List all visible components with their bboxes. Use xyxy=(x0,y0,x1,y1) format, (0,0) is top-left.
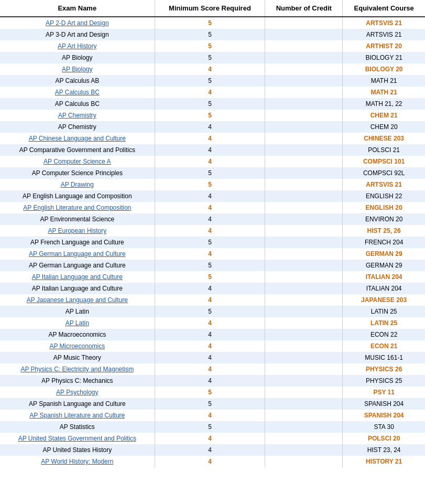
cell-exam-name: AP Latin xyxy=(0,306,155,317)
cell-equiv-course: MATH 21 xyxy=(343,75,425,87)
cell-min-score: 4 xyxy=(155,283,265,294)
cell-min-score: 4 xyxy=(155,375,265,387)
table-header-row: Exam Name Minimum Score Required Number … xyxy=(0,0,425,17)
table-row: AP Calculus BC5MATH 21, 22 xyxy=(0,98,425,110)
cell-min-score: 4 xyxy=(155,340,265,352)
cell-equiv-course: GERMAN 29 xyxy=(343,260,425,271)
table-row: AP Chinese Language and Culture4CHINESE … xyxy=(0,133,425,144)
cell-equiv-course: BIOLOGY 20 xyxy=(343,63,425,75)
cell-equiv-course: POLSCI 20 xyxy=(343,433,425,444)
cell-equiv-course: ARTSVIS 21 xyxy=(343,17,425,29)
cell-exam-name: AP European History xyxy=(0,225,155,237)
cell-min-score: 4 xyxy=(155,121,265,133)
cell-num-credits xyxy=(265,317,343,329)
cell-num-credits xyxy=(265,29,343,40)
cell-exam-name: AP Spanish Literature and Culture xyxy=(0,410,155,421)
cell-num-credits xyxy=(265,133,343,144)
cell-num-credits xyxy=(265,260,343,271)
cell-exam-name: AP Physics C: Mechanics xyxy=(0,375,155,387)
cell-equiv-course: MATH 21, 22 xyxy=(343,98,425,110)
cell-equiv-course: ECON 22 xyxy=(343,329,425,340)
cell-num-credits xyxy=(265,52,343,63)
header-min-score: Minimum Score Required xyxy=(155,0,265,17)
table-row: AP Italian Language and Culture5ITALIAN … xyxy=(0,271,425,283)
cell-exam-name: AP English Language and Composition xyxy=(0,190,155,202)
table-row: AP Japanese Language and Culture4JAPANES… xyxy=(0,294,425,306)
table-row: AP Comparative Government and Politics4P… xyxy=(0,144,425,156)
table-row: AP German Language and Culture4GERMAN 29 xyxy=(0,248,425,260)
cell-min-score: 4 xyxy=(155,456,265,467)
cell-equiv-course: ARTSVIS 21 xyxy=(343,29,425,40)
cell-num-credits xyxy=(265,352,343,363)
cell-num-credits xyxy=(265,294,343,306)
cell-equiv-course: HIST 23, 24 xyxy=(343,444,425,456)
cell-equiv-course: CHINESE 203 xyxy=(343,133,425,144)
cell-exam-name: AP Drawing xyxy=(0,179,155,190)
cell-num-credits xyxy=(265,63,343,75)
cell-num-credits xyxy=(265,306,343,317)
cell-exam-name: AP Chemistry xyxy=(0,121,155,133)
cell-equiv-course: COMPSCI 101 xyxy=(343,156,425,167)
table-row: AP Music Theory4MUSIC 161-1 xyxy=(0,352,425,363)
cell-equiv-course: ARTHIST 20 xyxy=(343,40,425,52)
cell-exam-name: AP 2-D Art and Design xyxy=(0,17,155,29)
cell-num-credits xyxy=(265,121,343,133)
cell-exam-name: AP Biology xyxy=(0,52,155,63)
cell-exam-name: AP Physics C: Electricity and Magnetism xyxy=(0,363,155,375)
cell-min-score: 5 xyxy=(155,179,265,190)
cell-exam-name: AP Calculus BC xyxy=(0,98,155,110)
cell-min-score: 4 xyxy=(155,248,265,260)
cell-min-score: 5 xyxy=(155,167,265,179)
cell-min-score: 5 xyxy=(155,29,265,40)
cell-num-credits xyxy=(265,387,343,398)
table-row: AP United States History4HIST 23, 24 xyxy=(0,444,425,456)
cell-equiv-course: ITALIAN 204 xyxy=(343,271,425,283)
cell-min-score: 5 xyxy=(155,40,265,52)
table-row: AP Microeconomics4ECON 21 xyxy=(0,340,425,352)
cell-equiv-course: MUSIC 161-1 xyxy=(343,352,425,363)
cell-exam-name: AP German Language and Culture xyxy=(0,248,155,260)
cell-min-score: 5 xyxy=(155,17,265,29)
table-row: AP Biology5BIOLOGY 21 xyxy=(0,52,425,63)
cell-num-credits xyxy=(265,283,343,294)
cell-min-score: 5 xyxy=(155,260,265,271)
cell-num-credits xyxy=(265,340,343,352)
cell-equiv-course: FRENCH 204 xyxy=(343,237,425,248)
cell-min-score: 4 xyxy=(155,410,265,421)
cell-equiv-course: MATH 21 xyxy=(343,87,425,98)
cell-min-score: 4 xyxy=(155,294,265,306)
cell-equiv-course: POLSCI 21 xyxy=(343,144,425,156)
cell-min-score: 5 xyxy=(155,306,265,317)
table-row: AP Art History5ARTHIST 20 xyxy=(0,40,425,52)
cell-exam-name: AP Psychology xyxy=(0,387,155,398)
table-row: AP English Literature and Composition4EN… xyxy=(0,202,425,213)
cell-equiv-course: LATIN 25 xyxy=(343,317,425,329)
cell-exam-name: AP Comparative Government and Politics xyxy=(0,144,155,156)
cell-exam-name: AP 3-D Art and Design xyxy=(0,29,155,40)
cell-exam-name: AP Art History xyxy=(0,40,155,52)
cell-equiv-course: SPANISH 204 xyxy=(343,398,425,410)
cell-num-credits xyxy=(265,237,343,248)
cell-num-credits xyxy=(265,375,343,387)
cell-num-credits xyxy=(265,179,343,190)
cell-exam-name: AP Computer Science A xyxy=(0,156,155,167)
cell-num-credits xyxy=(265,225,343,237)
table-row: AP Biology4BIOLOGY 20 xyxy=(0,63,425,75)
cell-exam-name: AP Italian Language and Culture xyxy=(0,271,155,283)
cell-exam-name: AP Calculus AB xyxy=(0,75,155,87)
cell-min-score: 4 xyxy=(155,317,265,329)
cell-num-credits xyxy=(265,213,343,225)
table-row: AP Latin5LATIN 25 xyxy=(0,306,425,317)
cell-exam-name: AP Chemistry xyxy=(0,110,155,121)
cell-num-credits xyxy=(265,363,343,375)
cell-num-credits xyxy=(265,40,343,52)
cell-exam-name: AP Spanish Language and Culture xyxy=(0,398,155,410)
cell-equiv-course: PHYSICS 25 xyxy=(343,375,425,387)
table-row: AP French Language and Culture5FRENCH 20… xyxy=(0,237,425,248)
cell-exam-name: AP Microeconomics xyxy=(0,340,155,352)
cell-exam-name: AP Italian Language and Culture xyxy=(0,283,155,294)
cell-min-score: 5 xyxy=(155,387,265,398)
cell-num-credits xyxy=(265,17,343,29)
cell-equiv-course: GERMAN 29 xyxy=(343,248,425,260)
cell-equiv-course: PHYSICS 26 xyxy=(343,363,425,375)
